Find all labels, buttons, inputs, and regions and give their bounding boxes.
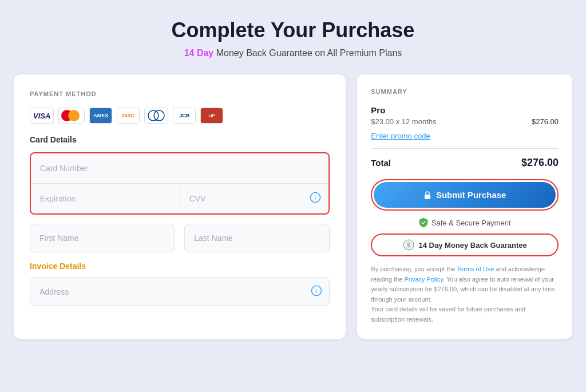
- card-icons-row: VISA AMEX DISC JCB UP: [30, 108, 330, 124]
- expiration-wrap: [31, 184, 180, 213]
- mc-circles: [61, 109, 82, 122]
- card-number-input[interactable]: [31, 153, 328, 183]
- card-number-wrap: [31, 153, 328, 183]
- promo-link[interactable]: Enter promo code: [371, 132, 559, 140]
- safe-payment-label: Safe & Secure Payment: [431, 219, 511, 227]
- money-back-label: 14 Day Money Back Guarantee: [419, 241, 527, 250]
- svg-text:i: i: [315, 195, 316, 201]
- plan-name: Pro: [371, 105, 559, 115]
- svg-text:$: $: [407, 242, 410, 248]
- lock-icon: [423, 191, 431, 200]
- expiration-input[interactable]: [31, 184, 180, 213]
- svg-text:i: i: [316, 288, 318, 294]
- card-fields-box: i: [30, 152, 330, 215]
- diners-icon: [144, 108, 168, 124]
- page-header: Complete Your Purchase 14 Day Money Back…: [0, 0, 586, 74]
- plan-price-row: $23.00 x 12 months $276.00: [371, 117, 559, 126]
- legal-text: By purchasing, you accept the Terms of U…: [371, 264, 559, 325]
- submit-btn-wrap: Submit Purchase: [371, 179, 559, 211]
- summary-section-label: SUMMARY: [371, 88, 559, 95]
- subtitle-highlight: 14 Day: [184, 48, 214, 58]
- privacy-link[interactable]: Privacy Policy: [404, 276, 443, 283]
- total-amount: $276.00: [521, 157, 559, 169]
- page-title: Complete Your Purchase: [11, 18, 575, 42]
- page-subtitle: 14 Day Money Back Guarantee on All Premi…: [11, 48, 575, 58]
- cvv-wrap: i: [180, 184, 329, 213]
- payment-section-label: PAYMENT METHOD: [30, 90, 330, 97]
- address-input[interactable]: [30, 278, 330, 306]
- payment-panel: PAYMENT METHOD VISA AMEX DISC JCB UP Car…: [14, 74, 346, 339]
- summary-panel: SUMMARY Pro $23.00 x 12 months $276.00 E…: [357, 74, 572, 339]
- svg-rect-6: [425, 195, 430, 199]
- card-details-label: Card Details: [30, 135, 330, 144]
- visa-icon: VISA: [30, 108, 54, 124]
- plan-price-desc: $23.00 x 12 months: [371, 117, 436, 126]
- amex-icon: AMEX: [89, 108, 112, 124]
- jcb-icon: JCB: [173, 108, 196, 124]
- submit-purchase-button[interactable]: Submit Purchase: [374, 182, 556, 208]
- cvv-info-icon[interactable]: i: [310, 192, 320, 205]
- name-row: [30, 224, 330, 252]
- expiry-cvv-row: i: [31, 183, 328, 213]
- main-content: PAYMENT METHOD VISA AMEX DISC JCB UP Car…: [0, 74, 586, 356]
- unionpay-icon: UP: [200, 108, 223, 124]
- address-info-icon[interactable]: i: [311, 286, 322, 298]
- svg-point-0: [148, 110, 159, 121]
- plan-price-amount: $276.00: [532, 117, 559, 126]
- discover-icon: DISC: [117, 108, 140, 124]
- first-name-input[interactable]: [30, 224, 175, 252]
- cvv-input[interactable]: [180, 184, 329, 213]
- shield-secure-icon: [419, 217, 428, 228]
- safe-payment-row: Safe & Secure Payment: [371, 217, 559, 228]
- money-back-wrap: $ 14 Day Money Back Guarantee: [371, 233, 559, 256]
- address-wrap: i: [30, 278, 330, 306]
- svg-point-1: [154, 110, 164, 121]
- card-number-row: [31, 153, 328, 183]
- summary-divider: [371, 148, 559, 149]
- mc-circle-orange: [68, 110, 80, 121]
- total-row: Total $276.00: [371, 157, 559, 169]
- invoice-label: Invoice Details: [30, 262, 330, 271]
- terms-link[interactable]: Terms of Use: [457, 266, 494, 272]
- mastercard-icon: [58, 108, 85, 124]
- total-label: Total: [371, 158, 391, 168]
- last-name-input[interactable]: [184, 224, 330, 252]
- money-back-icon: $: [403, 239, 414, 251]
